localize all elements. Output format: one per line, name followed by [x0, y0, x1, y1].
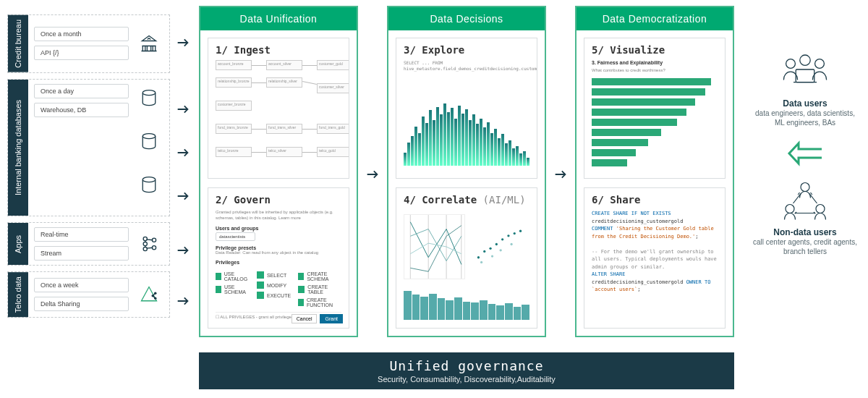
parallel-coords — [404, 214, 465, 279]
source-label: Apps — [8, 223, 28, 265]
kafka-icon — [135, 234, 163, 254]
svg-point-31 — [801, 183, 809, 192]
lineage-node: account_bronze — [216, 60, 252, 70]
card-share: 6/ Share CREATE SHARE IF NOT EXISTS cred… — [584, 187, 726, 329]
card-num: 1/ — [216, 44, 228, 56]
lineage-node: relationship_bronze — [216, 77, 252, 88]
column-header: Data Unification — [200, 7, 357, 30]
privilege-checkbox: USE CATALOG — [216, 271, 250, 281]
source-tag: Once a day — [34, 84, 129, 98]
govern-section: Users and groups — [216, 226, 341, 231]
privilege-checkbox: CREATE TABLE — [298, 284, 341, 295]
user-subtitle: call center agents, credit agents, branc… — [751, 237, 859, 256]
card-num: 5/ — [592, 44, 604, 56]
svg-point-33 — [816, 205, 825, 213]
card-num: 6/ — [592, 194, 604, 206]
svg-point-26 — [510, 243, 512, 245]
lineage-node: telco_silver — [266, 147, 302, 157]
lineage-graph: account_bronze account_silver customer_g… — [216, 60, 341, 165]
svg-point-1 — [142, 133, 156, 138]
svg-point-22 — [519, 230, 522, 232]
privilege-checkbox: USE SCHEMA — [216, 284, 250, 295]
user-title: Data users — [751, 98, 859, 109]
lineage-node: customer_silver — [317, 83, 349, 93]
all-privileges: ALL PRIVILEGES - grant all privileges — [220, 315, 294, 319]
card-num: 4/ — [404, 194, 416, 206]
svg-point-15 — [477, 256, 480, 258]
source-label: Internal banking databases — [8, 80, 28, 216]
card-title-text: Govern — [234, 194, 271, 206]
users-column: Data users data engineers, data scientis… — [751, 51, 859, 256]
svg-point-29 — [800, 55, 810, 65]
lineage-node: fund_trans_bronze — [216, 124, 252, 134]
privilege-checkbox: CREATE FUNCTION — [298, 297, 341, 308]
card-ingest: 1/ Ingest account_bronze account_silver … — [208, 38, 349, 179]
stacked-bars — [404, 284, 529, 320]
column-data-unification: Data Unification 1/ Ingest account_bronz… — [199, 6, 358, 337]
arrow-icon — [175, 293, 191, 309]
card-visualize: 5/ Visualize 3. Fairness and Explainabil… — [584, 38, 726, 179]
arrow-icon — [175, 35, 191, 51]
svg-point-0 — [142, 90, 156, 95]
svg-point-16 — [483, 250, 485, 253]
lineage-node: fund_trans_gold — [317, 124, 349, 134]
svg-point-19 — [501, 238, 503, 240]
arrow-icon — [365, 166, 380, 182]
card-govern: 2/ Govern Granted privileges will be inh… — [208, 187, 349, 329]
card-title-suffix: (AI/ML) — [483, 194, 526, 206]
svg-point-24 — [491, 255, 493, 257]
card-title-text: Visualize — [610, 44, 665, 56]
card-explore: 3/ Explore SELECT ... FROM hive_metastor… — [396, 38, 537, 179]
footer-title: Unified governance — [202, 358, 731, 373]
column-data-decisions: Data Decisions 3/ Explore SELECT ... FRO… — [387, 6, 546, 337]
scatter-chart — [469, 210, 529, 275]
big-arrow-left-icon — [787, 140, 823, 166]
card-title-text: Explore — [422, 44, 464, 56]
privilege-checkbox: CREATE SCHEMA — [298, 271, 341, 281]
data-users-block: Data users data engineers, data scientis… — [751, 51, 859, 127]
privilege-checkbox: MODIFY — [257, 281, 291, 289]
arrow-icon — [553, 166, 569, 182]
card-correlate: 4/ Correlate (AI/ML) — [396, 187, 537, 329]
source-telco: Telco data Once a week Delta Sharing — [7, 271, 170, 318]
arrow-icon — [175, 242, 191, 258]
histogram-chart — [404, 101, 529, 166]
column-data-democratization: Data Democratization 5/ Visualize 3. Fai… — [575, 6, 734, 337]
svg-point-20 — [507, 234, 509, 237]
source-credit-bureau: Credit bureau Once a month API {/} — [7, 14, 170, 73]
svg-point-18 — [495, 243, 498, 245]
footer-banner: Unified governance Security, Consumabili… — [199, 352, 734, 389]
source-label: Telco data — [8, 272, 28, 317]
svg-point-27 — [786, 59, 796, 69]
svg-rect-30 — [796, 69, 814, 82]
svg-point-28 — [815, 59, 825, 69]
user-subtitle: data engineers, data scientists, ML engi… — [751, 109, 859, 127]
arrow-icon — [175, 188, 191, 204]
column-header: Data Democratization — [576, 7, 733, 30]
card-title-text: Share — [610, 194, 640, 206]
viz-question: What contributes to credit worthiness? — [592, 68, 718, 74]
card-num: 3/ — [404, 44, 416, 56]
source-tag: Delta Sharing — [34, 297, 129, 311]
svg-point-32 — [786, 205, 794, 213]
card-title-text: Ingest — [234, 44, 271, 56]
privilege-checkbox: SELECT — [257, 271, 291, 279]
lineage-node: customer_bronze — [216, 101, 252, 111]
privilege-checkbox: EXECUTE — [257, 292, 291, 299]
grant-button: Grant — [320, 314, 343, 323]
cancel-button: Cancel — [292, 314, 318, 323]
svg-point-2 — [142, 177, 156, 182]
non-data-users-block: Non-data users call center agents, credi… — [751, 179, 859, 256]
source-tag: API {/} — [34, 46, 129, 60]
data-users-icon — [776, 51, 834, 94]
svg-point-17 — [489, 247, 491, 250]
source-tag: Once a week — [34, 278, 129, 292]
viz-subtitle: 3. Fairness and Explainability — [592, 60, 718, 65]
card-title-text: Correlate — [422, 194, 477, 206]
feature-importance-bars — [592, 78, 718, 166]
govern-section: Privilege presets — [216, 245, 341, 250]
non-data-users-icon — [776, 179, 834, 223]
source-tag: Once a month — [34, 27, 129, 41]
user-title: Non-data users — [751, 227, 859, 237]
delta-sharing-icon — [135, 284, 163, 305]
